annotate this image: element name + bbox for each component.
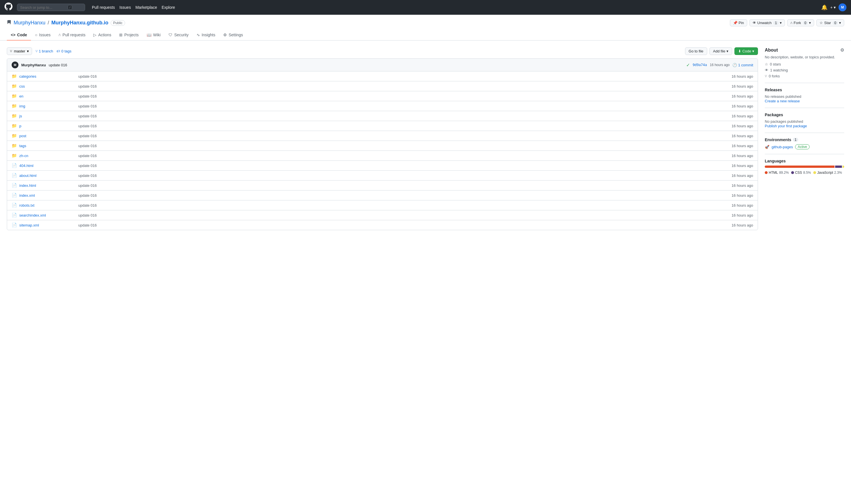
file-row: 📁postupdate 01616 hours ago <box>7 131 758 141</box>
commit-message: update 016 <box>49 63 67 67</box>
search-input[interactable] <box>20 5 66 10</box>
star-count-badge: 0 <box>833 21 838 25</box>
projects-icon: ⊞ <box>119 33 123 37</box>
file-row: 📁imgupdate 01616 hours ago <box>7 101 758 111</box>
tab-settings[interactable]: ⚙ Settings <box>219 30 247 40</box>
commit-sha-link[interactable]: 9d9a74a <box>693 63 707 67</box>
file-name-link[interactable]: 404.html <box>19 164 76 168</box>
file-name-link[interactable]: post <box>19 134 76 138</box>
file-commit-msg: update 016 <box>78 223 729 227</box>
repo-owner-link[interactable]: MurphyHanxu <box>14 20 46 26</box>
language-list: HTML89.2%CSS8.5%JavaScript2.3% <box>765 170 844 175</box>
code-button[interactable]: ⬇ Code ▾ <box>734 47 758 55</box>
actions-icon: ▷ <box>93 33 97 37</box>
nav-issues[interactable]: Issues <box>119 5 131 10</box>
file-icon: 📄 <box>12 163 17 168</box>
file-time: 16 hours ago <box>732 144 753 148</box>
file-time: 16 hours ago <box>732 213 753 217</box>
watching-stat[interactable]: 👁 1 watching <box>765 68 844 72</box>
lang-list-item[interactable]: CSS8.5% <box>791 170 811 175</box>
unwatch-count-badge: 1 <box>773 21 779 25</box>
file-name-link[interactable]: robots.txt <box>19 203 76 208</box>
tab-insights[interactable]: ∿ Insights <box>193 30 219 40</box>
tags-count-link[interactable]: 🏷 0 tags <box>56 49 71 53</box>
add-file-button[interactable]: Add file ▾ <box>710 47 732 55</box>
file-name-link[interactable]: js <box>19 114 76 118</box>
file-name-link[interactable]: about.html <box>19 174 76 178</box>
file-commit-msg: update 016 <box>78 213 729 217</box>
env-name-link[interactable]: github-pages <box>771 145 793 149</box>
top-nav: / Pull requests Issues Marketplace Explo… <box>0 0 851 15</box>
file-name-link[interactable]: sitemap.xml <box>19 223 76 227</box>
tab-code[interactable]: <> Code <box>7 30 31 40</box>
file-name-link[interactable]: zh-cn <box>19 154 76 158</box>
commit-row: M MurphyHanxu update 016 ✓ 9d9a74a 16 ho… <box>7 59 758 71</box>
plus-button[interactable]: + ▾ <box>830 5 836 10</box>
file-time: 16 hours ago <box>732 104 753 108</box>
tab-security[interactable]: 🛡 Security <box>164 30 193 40</box>
file-row: 📁enupdate 01616 hours ago <box>7 91 758 101</box>
tab-actions[interactable]: ▷ Actions <box>89 30 115 40</box>
file-name-link[interactable]: categories <box>19 74 76 78</box>
go-to-file-button[interactable]: Go to file <box>685 47 707 55</box>
branch-selector[interactable]: ⑂ master ▾ <box>7 47 32 55</box>
file-name-link[interactable]: index.xml <box>19 193 76 198</box>
file-commit-msg: update 016 <box>78 203 729 208</box>
nav-explore[interactable]: Explore <box>162 5 175 10</box>
file-time: 16 hours ago <box>732 183 753 188</box>
file-row: 📁categoriesupdate 01616 hours ago <box>7 71 758 82</box>
file-name-link[interactable]: index.html <box>19 183 76 188</box>
file-row: 📁tagsupdate 01616 hours ago <box>7 141 758 151</box>
file-name-link[interactable]: tags <box>19 144 76 148</box>
repo-tabs: <> Code ○ Issues ⑃ Pull requests ▷ Actio… <box>7 30 844 40</box>
forks-icon: ⑂ <box>765 74 767 78</box>
avatar[interactable]: M <box>838 3 847 11</box>
file-name-link[interactable]: img <box>19 104 76 108</box>
environment-item[interactable]: 🚀 github-pages Active <box>765 144 844 149</box>
unwatch-button[interactable]: 👁 Unwatch 1 ▾ <box>749 19 785 26</box>
nav-links: Pull requests Issues Marketplace Explore <box>92 5 175 10</box>
notification-bell[interactable]: 🔔 <box>821 4 828 11</box>
about-gear-icon[interactable]: ⚙ <box>840 47 844 53</box>
tab-issues[interactable]: ○ Issues <box>31 30 54 40</box>
lang-list-item[interactable]: JavaScript2.3% <box>813 170 842 175</box>
wiki-icon: 📖 <box>147 33 152 37</box>
file-row: 📄index.htmlupdate 01616 hours ago <box>7 181 758 191</box>
public-badge: Public <box>111 20 125 26</box>
publish-package-link[interactable]: Publish your first package <box>765 124 807 128</box>
search-box[interactable]: / <box>17 4 85 11</box>
file-commit-msg: update 016 <box>78 164 729 168</box>
file-name-link[interactable]: en <box>19 94 76 98</box>
tab-wiki[interactable]: 📖 Wiki <box>143 30 164 40</box>
star-button[interactable]: ☆ Star 0 ▾ <box>816 19 844 26</box>
github-logo[interactable] <box>4 3 13 13</box>
file-commit-msg: update 016 <box>78 154 729 158</box>
stars-stat[interactable]: ☆ 0 stars <box>765 62 844 66</box>
no-packages-text: No packages published <box>765 119 844 124</box>
nav-marketplace[interactable]: Marketplace <box>135 5 157 10</box>
create-release-link[interactable]: Create a new release <box>765 99 800 103</box>
file-icon: 📄 <box>12 173 17 178</box>
nav-pull-requests[interactable]: Pull requests <box>92 5 115 10</box>
lang-list-item[interactable]: HTML89.2% <box>765 170 789 175</box>
packages-section: Packages No packages published Publish y… <box>765 112 844 133</box>
tab-pull-requests[interactable]: ⑃ Pull requests <box>54 30 89 40</box>
file-time: 16 hours ago <box>732 94 753 98</box>
nav-right: 🔔 + ▾ M <box>821 3 847 11</box>
fork-button[interactable]: ⑃ Fork 0 ▾ <box>787 19 814 26</box>
unwatch-chevron: ▾ <box>780 21 782 25</box>
file-table: M MurphyHanxu update 016 ✓ 9d9a74a 16 ho… <box>7 58 758 230</box>
commit-username[interactable]: MurphyHanxu <box>21 63 46 67</box>
forks-stat[interactable]: ⑂ 0 forks <box>765 74 844 78</box>
branch-bar-left: ⑂ master ▾ ⑂ 1 branch 🏷 0 tags <box>7 47 71 55</box>
repo-name-link[interactable]: MurphyHanxu.github.io <box>51 20 108 26</box>
file-name-link[interactable]: searchindex.xml <box>19 213 76 217</box>
file-name-link[interactable]: p <box>19 124 76 128</box>
file-name-link[interactable]: css <box>19 84 76 88</box>
tab-projects[interactable]: ⊞ Projects <box>115 30 143 40</box>
pin-button[interactable]: 📌 Pin <box>730 19 747 26</box>
releases-title: Releases <box>765 88 844 92</box>
languages-section: Languages HTML89.2%CSS8.5%JavaScript2.3% <box>765 159 844 175</box>
commit-history-link[interactable]: 🕐 1 commit <box>732 63 753 67</box>
branch-count-link[interactable]: ⑂ 1 branch <box>35 49 53 53</box>
